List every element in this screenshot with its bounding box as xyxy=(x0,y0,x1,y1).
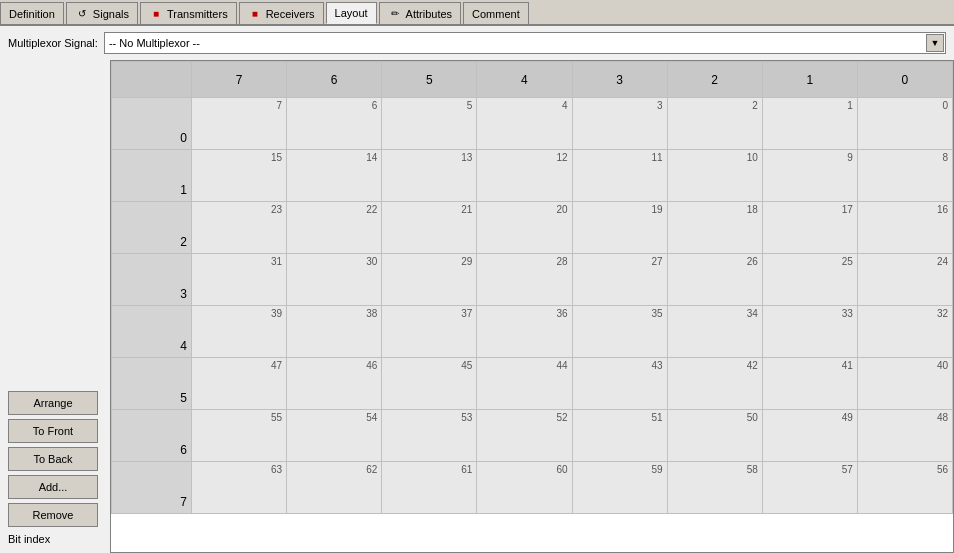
grid-cell[interactable]: 33 xyxy=(762,306,857,358)
grid-cell[interactable]: 27 xyxy=(572,254,667,306)
grid-cell[interactable]: 39 xyxy=(192,306,287,358)
grid-cell[interactable]: 21 xyxy=(382,202,477,254)
tab-bar: Definition ↺ Signals ■ Transmitters ■ Re… xyxy=(0,0,954,26)
col-header-0: 0 xyxy=(857,62,952,98)
main-area: Arrange To Front To Back Add... Remove B… xyxy=(0,60,954,553)
col-header-7: 7 xyxy=(192,62,287,98)
grid-cell[interactable]: 4 xyxy=(477,98,572,150)
grid-cell[interactable]: 36 xyxy=(477,306,572,358)
grid-cell[interactable]: 11 xyxy=(572,150,667,202)
grid-cell[interactable]: 20 xyxy=(477,202,572,254)
grid-cell[interactable]: 12 xyxy=(477,150,572,202)
col-header-6: 6 xyxy=(287,62,382,98)
grid-cell[interactable]: 50 xyxy=(667,410,762,462)
grid-cell[interactable]: 31 xyxy=(192,254,287,306)
row-header-2: 2 xyxy=(112,202,192,254)
grid-cell[interactable]: 0 xyxy=(857,98,952,150)
grid-cell[interactable]: 55 xyxy=(192,410,287,462)
grid-cell[interactable]: 30 xyxy=(287,254,382,306)
grid-cell[interactable]: 25 xyxy=(762,254,857,306)
grid-cell[interactable]: 52 xyxy=(477,410,572,462)
grid-cell[interactable]: 53 xyxy=(382,410,477,462)
grid-cell[interactable]: 40 xyxy=(857,358,952,410)
grid-cell[interactable]: 9 xyxy=(762,150,857,202)
grid-cell[interactable]: 60 xyxy=(477,462,572,514)
grid-cell[interactable]: 37 xyxy=(382,306,477,358)
grid-cell[interactable]: 15 xyxy=(192,150,287,202)
grid-cell[interactable]: 51 xyxy=(572,410,667,462)
grid-cell[interactable]: 49 xyxy=(762,410,857,462)
grid-cell[interactable]: 13 xyxy=(382,150,477,202)
col-header-4: 4 xyxy=(477,62,572,98)
transmitters-icon: ■ xyxy=(149,7,163,21)
grid-cell[interactable]: 56 xyxy=(857,462,952,514)
tab-comment[interactable]: Comment xyxy=(463,2,529,24)
grid-cell[interactable]: 29 xyxy=(382,254,477,306)
arrange-button[interactable]: Arrange xyxy=(8,391,98,415)
to-front-button[interactable]: To Front xyxy=(8,419,98,443)
grid-cell[interactable]: 41 xyxy=(762,358,857,410)
to-back-button[interactable]: To Back xyxy=(8,447,98,471)
grid-cell[interactable]: 38 xyxy=(287,306,382,358)
row-header-5: 5 xyxy=(112,358,192,410)
grid-cell[interactable]: 23 xyxy=(192,202,287,254)
grid-cell[interactable]: 35 xyxy=(572,306,667,358)
grid-cell[interactable]: 26 xyxy=(667,254,762,306)
grid-cell[interactable]: 58 xyxy=(667,462,762,514)
grid-cell[interactable]: 43 xyxy=(572,358,667,410)
bit-index-label: Bit index xyxy=(8,533,102,545)
row-header-1: 1 xyxy=(112,150,192,202)
grid-cell[interactable]: 47 xyxy=(192,358,287,410)
grid-cell[interactable]: 46 xyxy=(287,358,382,410)
grid-cell[interactable]: 6 xyxy=(287,98,382,150)
row-header-6: 6 xyxy=(112,410,192,462)
grid-cell[interactable]: 45 xyxy=(382,358,477,410)
col-header-2: 2 xyxy=(667,62,762,98)
grid-cell[interactable]: 59 xyxy=(572,462,667,514)
tab-layout-label: Layout xyxy=(335,7,368,19)
tab-receivers[interactable]: ■ Receivers xyxy=(239,2,324,24)
mux-label: Multiplexor Signal: xyxy=(8,37,98,49)
grid-cell[interactable]: 62 xyxy=(287,462,382,514)
table-row: 43938373635343332 xyxy=(112,306,953,358)
add-button[interactable]: Add... xyxy=(8,475,98,499)
receivers-icon: ■ xyxy=(248,7,262,21)
grid-cell[interactable]: 3 xyxy=(572,98,667,150)
mux-select[interactable]: -- No Multiplexor -- xyxy=(104,32,946,54)
signals-icon: ↺ xyxy=(75,7,89,21)
grid-cell[interactable]: 17 xyxy=(762,202,857,254)
grid-cell[interactable]: 34 xyxy=(667,306,762,358)
tab-signals[interactable]: ↺ Signals xyxy=(66,2,138,24)
tab-layout[interactable]: Layout xyxy=(326,2,377,24)
grid-area[interactable]: 7 6 5 4 3 2 1 0 076543210115141312111098… xyxy=(110,60,954,553)
tab-comment-label: Comment xyxy=(472,8,520,20)
table-row: 65554535251504948 xyxy=(112,410,953,462)
grid-cell[interactable]: 16 xyxy=(857,202,952,254)
grid-cell[interactable]: 22 xyxy=(287,202,382,254)
grid-cell[interactable]: 2 xyxy=(667,98,762,150)
grid-cell[interactable]: 63 xyxy=(192,462,287,514)
grid-cell[interactable]: 7 xyxy=(192,98,287,150)
mux-select-wrapper: -- No Multiplexor -- ▼ xyxy=(104,32,946,54)
tab-attributes[interactable]: ✏ Attributes xyxy=(379,2,461,24)
remove-button[interactable]: Remove xyxy=(8,503,98,527)
tab-transmitters[interactable]: ■ Transmitters xyxy=(140,2,237,24)
grid-cell[interactable]: 44 xyxy=(477,358,572,410)
grid-cell[interactable]: 42 xyxy=(667,358,762,410)
grid-cell[interactable]: 10 xyxy=(667,150,762,202)
grid-cell[interactable]: 18 xyxy=(667,202,762,254)
grid-cell[interactable]: 57 xyxy=(762,462,857,514)
grid-cell[interactable]: 48 xyxy=(857,410,952,462)
grid-cell[interactable]: 1 xyxy=(762,98,857,150)
tab-definition[interactable]: Definition xyxy=(0,2,64,24)
grid-cell[interactable]: 14 xyxy=(287,150,382,202)
grid-cell[interactable]: 32 xyxy=(857,306,952,358)
grid-cell[interactable]: 61 xyxy=(382,462,477,514)
grid-cell[interactable]: 19 xyxy=(572,202,667,254)
grid-cell[interactable]: 5 xyxy=(382,98,477,150)
grid-cell[interactable]: 24 xyxy=(857,254,952,306)
grid-cell[interactable]: 54 xyxy=(287,410,382,462)
grid-cell[interactable]: 28 xyxy=(477,254,572,306)
grid-cell[interactable]: 8 xyxy=(857,150,952,202)
mux-row: Multiplexor Signal: -- No Multiplexor --… xyxy=(0,26,954,60)
